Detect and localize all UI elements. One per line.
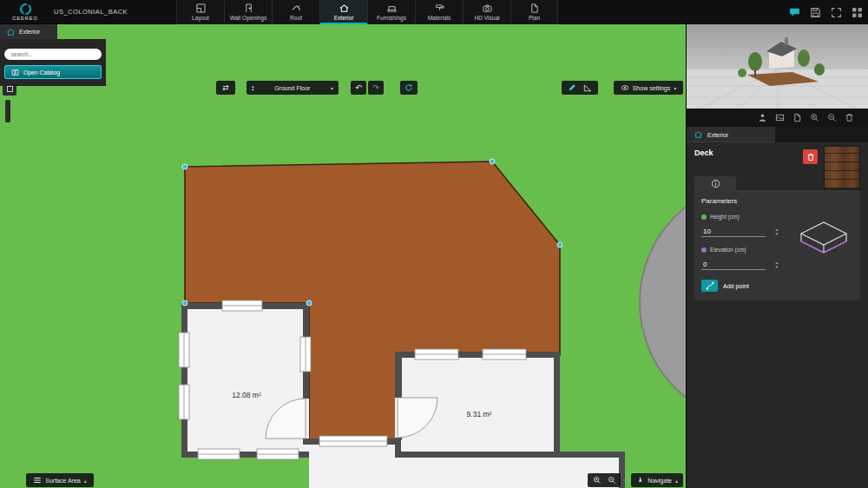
house-icon <box>6 28 16 36</box>
hamburger-icon <box>33 476 42 485</box>
pencil-icon[interactable] <box>568 83 576 92</box>
zoom-out-icon[interactable] <box>827 113 837 122</box>
side-drag-handle[interactable] <box>5 100 10 122</box>
add-point-row: Add point <box>701 280 853 292</box>
panel-tab-bar: Exterior <box>687 127 868 142</box>
tab-hd-visual[interactable]: HD Visual <box>463 0 510 24</box>
top-bar: CEDREO US_COLONIAL_BACK Layout Wall Open… <box>0 0 868 24</box>
deck-iso-icon <box>791 213 857 267</box>
chevron-down-icon: ▾ <box>331 85 333 91</box>
elevation-field: Elevation (cm) ▴ ▾ <box>701 247 778 270</box>
elevation-dot-icon <box>701 247 707 253</box>
deck-handle[interactable] <box>182 300 187 306</box>
catalog-tab-exterior[interactable]: Exterior <box>0 24 57 39</box>
logo-text: CEDREO <box>12 16 38 21</box>
document-icon <box>529 3 540 13</box>
properties-panel: Exterior Deck Parameters Height (cm) ▴ ▾ <box>686 24 868 488</box>
tab-materials[interactable]: Materials <box>415 0 463 24</box>
elevation-label: Elevation (cm) <box>710 247 746 253</box>
room-area-label: 12.08 m² <box>232 391 261 399</box>
navigate-label: Navigate <box>648 478 672 484</box>
elevation-stepper: ▴ ▾ <box>775 260 778 269</box>
swap-icon: ⇄ <box>222 83 229 92</box>
height-dot-icon <box>701 214 707 220</box>
search-input[interactable] <box>4 49 102 60</box>
deck-material-swatch[interactable] <box>824 146 860 189</box>
paint-roller-icon <box>434 3 445 13</box>
undo-icon: ↶ <box>355 83 362 92</box>
eye-icon <box>621 83 629 92</box>
snapshot-icon[interactable] <box>775 113 785 122</box>
open-catalog-button[interactable]: Open Catalog <box>4 65 102 79</box>
parameters-card: Parameters Height (cm) ▴ ▾ Elevation (cm… <box>694 190 860 300</box>
floor-selector[interactable]: ▴▾ Ground Floor ▾ <box>247 81 339 95</box>
page-icon[interactable] <box>792 113 802 122</box>
zoom-in-icon[interactable] <box>593 476 602 485</box>
info-icon <box>711 179 720 188</box>
door-icon <box>243 3 254 13</box>
stepper-down-icon[interactable]: ▾ <box>775 232 778 236</box>
deck-handle[interactable] <box>182 164 187 169</box>
surface-area-label: Surface Area <box>45 478 80 484</box>
tab-furnishings[interactable]: Furnishings <box>367 0 415 24</box>
zoom-in-icon[interactable] <box>810 113 819 122</box>
refresh-icon <box>404 83 413 92</box>
draw-mode-group <box>562 81 598 95</box>
add-point-icon <box>706 281 714 290</box>
info-tab[interactable] <box>694 176 736 190</box>
tab-wall-openings[interactable]: Wall Openings <box>224 0 272 24</box>
camera-icon <box>482 3 493 13</box>
refresh-button[interactable] <box>400 81 418 95</box>
deck-handle[interactable] <box>306 300 312 306</box>
height-label: Height (cm) <box>710 214 740 220</box>
panel-body: Deck Parameters Height (cm) ▴ ▾ <box>687 142 868 488</box>
chevron-up-icon: ▴ <box>675 478 678 484</box>
elevation-input[interactable] <box>701 260 766 270</box>
triangle-ruler-icon[interactable] <box>583 83 592 92</box>
panel-tab-exterior[interactable]: Exterior <box>687 127 775 142</box>
tab-exterior[interactable]: Exterior <box>319 0 367 24</box>
apps-grid-icon[interactable] <box>852 7 863 18</box>
save-icon[interactable] <box>810 7 821 18</box>
show-settings-button[interactable]: Show settings ▾ <box>614 81 683 95</box>
chevron-up-icon: ▴ <box>84 478 87 484</box>
zoom-out-icon[interactable] <box>608 476 616 485</box>
delete-deck-button[interactable] <box>803 149 818 164</box>
redo-button[interactable]: ↷ <box>368 81 384 95</box>
catalog-tab-label: Exterior <box>19 29 40 35</box>
3d-preview[interactable] <box>687 24 868 109</box>
tab-layout[interactable]: Layout <box>176 0 224 24</box>
tab-plan[interactable]: Plan <box>510 0 558 24</box>
height-input[interactable] <box>701 227 766 237</box>
add-point-button[interactable] <box>701 280 718 292</box>
deck-handle[interactable] <box>557 242 562 247</box>
add-point-label: Add point <box>723 283 749 289</box>
book-icon <box>11 69 19 76</box>
trash-icon <box>806 153 815 162</box>
app-logo[interactable]: CEDREO <box>0 0 50 23</box>
roof-icon <box>291 3 302 13</box>
3d-preview-render <box>687 24 868 109</box>
surface-area-button[interactable]: Surface Area ▴ <box>26 473 94 487</box>
parameters-title: Parameters <box>701 197 853 205</box>
tab-roof[interactable]: Roof <box>272 0 319 24</box>
undo-button[interactable]: ↶ <box>351 81 366 95</box>
redo-icon: ↷ <box>372 83 379 92</box>
navigate-button[interactable]: Navigate ▴ <box>631 473 683 487</box>
height-stepper: ▴ ▾ <box>775 228 778 236</box>
chat-icon[interactable] <box>789 7 800 18</box>
preview-toolbar <box>687 109 868 127</box>
deck-handle[interactable] <box>490 159 495 164</box>
room-area-label: 9.31 m² <box>467 410 492 419</box>
stepper-down-icon[interactable]: ▾ <box>775 265 778 269</box>
fullscreen-icon[interactable] <box>831 7 842 18</box>
person-icon[interactable] <box>758 113 767 122</box>
house-icon <box>339 3 350 13</box>
cedreo-logo-icon <box>20 3 31 15</box>
floor-up-down-icon[interactable]: ▴▾ <box>252 84 254 91</box>
trash-icon[interactable] <box>845 113 854 122</box>
swap-floor-button[interactable]: ⇄ <box>216 81 235 95</box>
floor-selector-value: Ground Floor <box>258 85 327 91</box>
zoom-group <box>588 473 621 487</box>
layout-icon <box>195 3 207 13</box>
